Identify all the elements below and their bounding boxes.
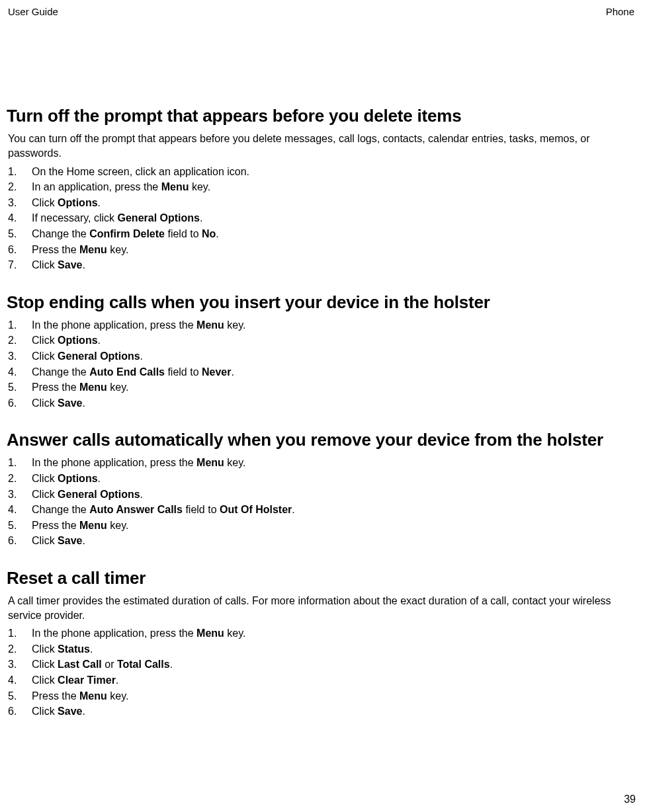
step-text: Change the bbox=[32, 366, 89, 378]
step-item: Press the Menu key. bbox=[8, 380, 636, 395]
step-bold-term: General Options bbox=[58, 489, 140, 500]
step-text: field to bbox=[165, 366, 202, 378]
step-bold-term: No bbox=[202, 228, 216, 239]
step-text: Press the bbox=[32, 690, 79, 702]
section-intro-text: A call timer provides the estimated dura… bbox=[8, 594, 636, 622]
step-text: . bbox=[116, 674, 118, 686]
step-item: In the phone application, press the Menu… bbox=[8, 318, 636, 333]
step-item: Click General Options. bbox=[8, 349, 636, 364]
step-bold-term: Menu bbox=[196, 457, 224, 468]
document-section: Turn off the prompt that appears before … bbox=[7, 104, 636, 272]
step-text: Click bbox=[32, 659, 58, 670]
step-item: In an application, press the Menu key. bbox=[8, 180, 636, 194]
step-text: Press the bbox=[32, 382, 79, 393]
step-text: If necessary, click bbox=[32, 212, 118, 223]
step-item: Click Status. bbox=[8, 642, 636, 657]
step-text: . bbox=[82, 535, 85, 546]
step-bold-term: General Options bbox=[58, 350, 140, 362]
step-list: On the Home screen, click an application… bbox=[8, 165, 636, 272]
step-text: Click bbox=[32, 259, 58, 270]
step-text: . bbox=[90, 643, 93, 655]
document-section: Reset a call timerA call timer provides … bbox=[7, 567, 636, 719]
step-text: key. bbox=[224, 457, 246, 468]
step-item: Press the Menu key. bbox=[8, 689, 636, 704]
step-text: key. bbox=[107, 244, 129, 255]
step-bold-term: Options bbox=[58, 473, 97, 484]
step-bold-term: Options bbox=[58, 335, 97, 346]
step-bold-term: Save bbox=[58, 706, 82, 717]
step-list: In the phone application, press the Menu… bbox=[8, 318, 636, 411]
step-bold-term: Out Of Holster bbox=[220, 504, 292, 515]
step-text: Click bbox=[32, 535, 58, 546]
step-text: In the phone application, press the bbox=[32, 319, 196, 331]
step-text: In the phone application, press the bbox=[32, 457, 196, 468]
step-text: Click bbox=[32, 643, 58, 655]
step-text: . bbox=[200, 212, 202, 223]
step-bold-term: Clear Timer bbox=[58, 674, 116, 686]
step-text: Change the bbox=[32, 228, 89, 239]
step-text: Press the bbox=[32, 520, 79, 531]
step-text: . bbox=[82, 397, 85, 409]
document-body: Turn off the prompt that appears before … bbox=[7, 104, 636, 719]
step-text: Press the bbox=[32, 244, 79, 255]
step-item: Click General Options. bbox=[8, 487, 636, 502]
step-text: Click bbox=[32, 706, 58, 717]
step-item: Click Clear Timer. bbox=[8, 673, 636, 688]
section-heading: Stop ending calls when you insert your d… bbox=[7, 291, 636, 314]
step-item: Press the Menu key. bbox=[8, 243, 636, 257]
step-text: . bbox=[82, 706, 85, 717]
header-left: User Guide bbox=[8, 5, 58, 19]
step-text: Click bbox=[32, 197, 58, 208]
step-text: field to bbox=[183, 504, 220, 515]
page-number: 39 bbox=[624, 792, 636, 807]
section-heading: Answer calls automatically when you remo… bbox=[7, 428, 636, 452]
step-item: Change the Confirm Delete field to No. bbox=[8, 227, 636, 241]
step-text: field to bbox=[165, 228, 202, 239]
step-text: Click bbox=[32, 350, 58, 362]
step-item: Click Save. bbox=[8, 258, 636, 272]
step-bold-term: General Options bbox=[118, 212, 200, 223]
step-item: Click Save. bbox=[8, 396, 636, 411]
step-text: . bbox=[98, 335, 101, 346]
step-bold-term: Confirm Delete bbox=[89, 228, 165, 239]
step-bold-term: Auto Answer Calls bbox=[89, 504, 183, 515]
step-text: . bbox=[216, 228, 218, 239]
step-text: . bbox=[82, 259, 85, 270]
step-text: key. bbox=[107, 520, 129, 531]
step-text: . bbox=[231, 366, 234, 378]
step-item: Press the Menu key. bbox=[8, 518, 636, 533]
step-item: In the phone application, press the Menu… bbox=[8, 626, 636, 641]
step-text: key. bbox=[224, 319, 246, 331]
step-text: On the Home screen, click an application… bbox=[32, 166, 249, 177]
step-item: If necessary, click General Options. bbox=[8, 211, 636, 225]
step-bold-term: Menu bbox=[79, 690, 107, 702]
section-heading: Reset a call timer bbox=[7, 567, 636, 590]
step-bold-term: Menu bbox=[196, 628, 224, 639]
step-bold-term: Total Calls bbox=[117, 659, 170, 670]
step-text: . bbox=[98, 473, 101, 484]
step-bold-term: Last Call bbox=[58, 659, 102, 670]
step-text: . bbox=[170, 659, 173, 670]
step-text: key. bbox=[107, 690, 129, 702]
step-text: . bbox=[98, 197, 101, 208]
step-bold-term: Status bbox=[58, 643, 90, 655]
section-intro-text: You can turn off the prompt that appears… bbox=[8, 132, 636, 160]
step-text: Click bbox=[32, 489, 58, 500]
step-text: In an application, press the bbox=[32, 181, 161, 192]
step-text: Click bbox=[32, 674, 58, 686]
step-bold-term: Menu bbox=[196, 319, 224, 331]
step-text: key. bbox=[224, 628, 246, 639]
step-item: Click Options. bbox=[8, 333, 636, 348]
step-item: In the phone application, press the Menu… bbox=[8, 456, 636, 470]
step-text: In the phone application, press the bbox=[32, 628, 196, 639]
step-item: Click Save. bbox=[8, 704, 636, 719]
step-bold-term: Menu bbox=[161, 181, 189, 192]
document-page: User Guide Phone Turn off the prompt tha… bbox=[0, 0, 645, 812]
step-item: Click Options. bbox=[8, 471, 636, 486]
step-bold-term: Auto End Calls bbox=[89, 366, 165, 378]
step-item: Click Save. bbox=[8, 534, 636, 548]
step-text: . bbox=[140, 489, 143, 500]
section-heading: Turn off the prompt that appears before … bbox=[7, 104, 636, 128]
step-bold-term: Options bbox=[58, 197, 97, 208]
step-item: Change the Auto End Calls field to Never… bbox=[8, 365, 636, 380]
